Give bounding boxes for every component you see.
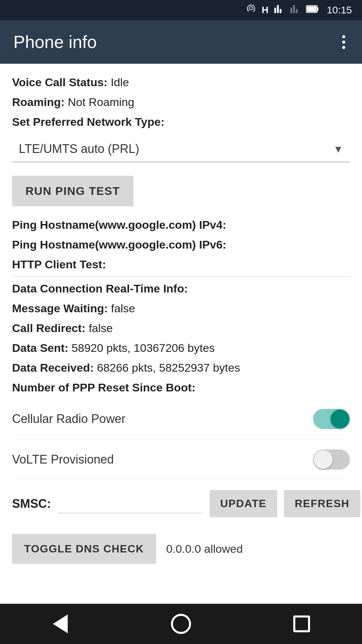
preferred-network-label-row: Set Preferred Network Type: [12, 113, 350, 130]
smsc-refresh-button[interactable]: REFRESH [284, 490, 360, 517]
data-connection-row: Data Connection Real-Time Info: [12, 280, 350, 297]
cellular-radio-power-toggle[interactable] [313, 409, 350, 429]
data-received-row: Data Received: 68266 pkts, 58252937 byte… [12, 359, 350, 376]
status-time: 10:15 [327, 4, 352, 16]
back-icon [53, 614, 68, 633]
recents-icon [293, 615, 310, 632]
bottom-navigation [0, 604, 362, 644]
roaming-row: Roaming: Not Roaming [12, 94, 350, 111]
voice-call-status-label: Voice Call Status: [12, 76, 108, 89]
data-received-label: Data Received: [12, 361, 94, 374]
http-client-row: HTTP Client Test: [12, 256, 350, 273]
message-waiting-label: Message Waiting: [12, 302, 108, 315]
dns-row: TOGGLE DNS CHECK 0.0.0.0 allowed [12, 527, 350, 571]
smsc-input[interactable] [58, 494, 203, 513]
more-vert-dot-2 [342, 41, 345, 44]
message-waiting-row: Message Waiting: false [12, 300, 350, 317]
data-received-value: 68266 pkts, 58252937 bytes [97, 361, 240, 374]
volte-provisioned-row: VoLTE Provisioned [12, 439, 350, 480]
preferred-network-label: Set Preferred Network Type: [12, 115, 165, 128]
svg-rect-2 [307, 6, 316, 12]
ping-ipv6-label: Ping Hostname(www.google.com) IPv6: [12, 238, 226, 251]
more-vert-dot-1 [342, 35, 345, 38]
ppp-reset-row: Number of PPP Reset Since Boot: [12, 379, 350, 396]
dns-value: 0.0.0.0 allowed [166, 542, 243, 555]
more-vert-dot-3 [342, 46, 345, 49]
preferred-network-select[interactable]: LTE/UMTS auto (PRL) LTE only UMTS only G… [12, 136, 350, 162]
roaming-label: Roaming: [12, 96, 65, 108]
roaming-value: Not Roaming [68, 96, 134, 108]
call-redirect-row: Call Redirect: false [12, 320, 350, 337]
smsc-update-button[interactable]: UPDATE [209, 490, 277, 517]
ping-ipv4-row: Ping Hostname(www.google.com) IPv4: [12, 216, 350, 233]
call-redirect-label: Call Redirect: [12, 322, 85, 334]
content-area: Voice Call Status: Idle Roaming: Not Roa… [0, 64, 362, 604]
hotspot-icon [246, 4, 256, 17]
volte-provisioned-label: VoLTE Provisioned [12, 452, 114, 467]
ppp-reset-label: Number of PPP Reset Since Boot: [12, 381, 195, 394]
run-ping-test-button[interactable]: RUN PING TEST [12, 176, 133, 206]
data-sent-row: Data Sent: 58920 pkts, 10367206 bytes [12, 339, 350, 357]
home-button[interactable] [164, 610, 198, 637]
message-waiting-value: false [111, 302, 135, 315]
http-client-label: HTTP Client Test: [12, 258, 106, 271]
smsc-row: SMSC: UPDATE REFRESH [12, 480, 350, 527]
recents-button[interactable] [285, 610, 318, 637]
toggle-dns-check-button[interactable]: TOGGLE DNS CHECK [12, 534, 156, 564]
cellular-radio-power-knob [330, 410, 349, 428]
preferred-network-dropdown-container[interactable]: LTE/UMTS auto (PRL) LTE only UMTS only G… [12, 136, 350, 162]
call-redirect-value: false [89, 322, 113, 334]
cellular-radio-power-label: Cellular Radio Power [12, 412, 125, 426]
more-options-button[interactable] [339, 32, 349, 52]
voice-call-status-value: Idle [111, 76, 129, 89]
voice-call-status-row: Voice Call Status: Idle [12, 74, 350, 91]
divider-1 [12, 276, 350, 277]
smsc-label: SMSC: [12, 497, 51, 511]
signal-strength2-icon [290, 4, 301, 17]
svg-rect-1 [317, 7, 318, 11]
battery-icon [306, 4, 319, 16]
app-bar: Phone info [0, 20, 362, 64]
status-bar: H 10:15 [0, 0, 362, 20]
signal-strength-icon [274, 4, 285, 17]
data-sent-label: Data Sent: [12, 341, 68, 354]
network-h-icon: H [262, 5, 268, 15]
back-button[interactable] [44, 610, 77, 637]
page-title: Phone info [13, 32, 97, 52]
ping-ipv4-label: Ping Hostname(www.google.com) IPv4: [12, 218, 226, 231]
data-connection-label: Data Connection Real-Time Info: [12, 282, 188, 295]
home-icon [171, 614, 191, 634]
ping-ipv6-row: Ping Hostname(www.google.com) IPv6: [12, 236, 350, 253]
data-sent-value: 58920 pkts, 10367206 bytes [72, 341, 215, 354]
cellular-radio-power-row: Cellular Radio Power [12, 399, 350, 439]
volte-provisioned-knob [314, 450, 333, 469]
volte-provisioned-toggle[interactable] [313, 449, 350, 470]
